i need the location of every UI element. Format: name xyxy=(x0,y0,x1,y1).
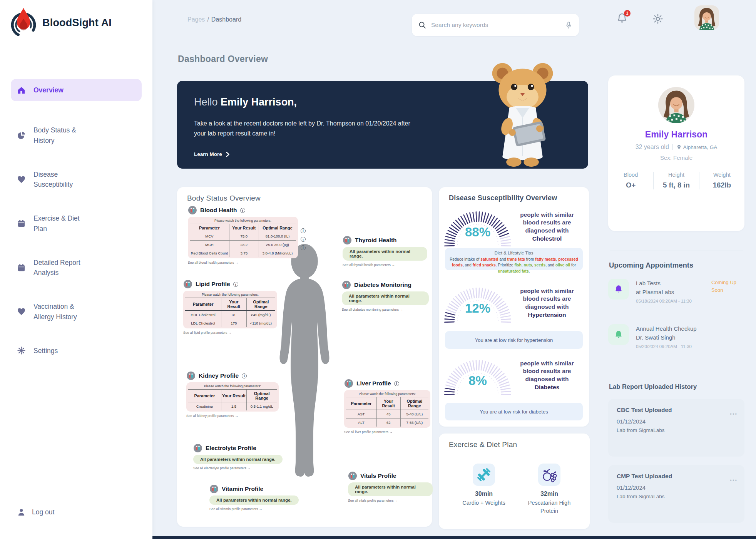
see-all-link[interactable]: See all diabetes monitoring parameters → xyxy=(342,308,403,311)
test-tubes-icon xyxy=(193,444,202,453)
settings-button[interactable] xyxy=(652,13,664,26)
table-note: Please watch the following parameters: xyxy=(346,391,428,397)
report-title: CMP Test Uploaded xyxy=(617,473,736,480)
appointment-bell-tile xyxy=(608,324,629,345)
info-icon[interactable]: i xyxy=(301,228,306,233)
search-icon xyxy=(418,21,427,29)
appointment-subtitle: at PlasmaLabs xyxy=(636,289,674,295)
calendar-icon xyxy=(17,219,26,228)
divider xyxy=(610,374,743,374)
stat-weight: Weight 162lb xyxy=(699,172,744,189)
info-icon[interactable]: i xyxy=(301,245,306,250)
person-icon xyxy=(17,508,26,517)
breadcrumb-separator: / xyxy=(205,16,211,23)
panel-electrolyte-profile: Electrolyte Profile All parameters withi… xyxy=(193,444,289,470)
gear-icon xyxy=(652,13,664,25)
sidebar-item-label: Settings xyxy=(33,346,91,356)
panel-title: Lipid Profile xyxy=(196,281,230,288)
appointment-title: Annual Health Checkup xyxy=(636,325,697,332)
brand-logo-row: BloodSight AI xyxy=(0,0,152,38)
see-all-link[interactable]: See all thyroid health parameters → xyxy=(343,263,395,267)
right-panel: Emily Harrison 32 years old Alpharetta, … xyxy=(608,75,744,530)
panel-title: Kidney Profile xyxy=(199,372,239,379)
col-optimal-range: Optimal Range xyxy=(259,224,296,232)
lab-report-card: CMP Test Uploaded ••• 01/12/2024 Lab fro… xyxy=(608,465,744,523)
condition-name: Hypertension xyxy=(512,311,582,319)
table-row: HDL Cholestrol31>45 (mg/dL) xyxy=(185,311,275,319)
diabetes-risk-banner: You are at low risk for diabetes xyxy=(445,403,583,420)
see-all-link[interactable]: See all electrolyte profile parameters → xyxy=(193,466,289,470)
sidebar-item-body-status[interactable]: Body Status & History xyxy=(0,125,152,146)
patient-avatar xyxy=(658,87,694,123)
test-tubes-icon xyxy=(348,471,357,480)
more-options-icon[interactable]: ••• xyxy=(730,477,738,483)
panel-title: Liver Profile xyxy=(356,380,391,387)
logout-button[interactable]: Log out xyxy=(17,508,54,517)
sidebar-item-detailed-report[interactable]: Detailed Report Analysis xyxy=(0,258,152,278)
sidebar-item-disease-susceptibility[interactable]: Disease Susceptibility xyxy=(0,169,152,190)
panel-title: Electrolyte Profile xyxy=(206,445,256,452)
breadcrumb: Pages/Dashboard xyxy=(187,16,241,23)
table-note: Please watch the following parameters: xyxy=(185,292,275,298)
appointment-item: Lab Testsat PlasmaLabs 05/18/2024 09:20A… xyxy=(608,279,744,303)
info-icon[interactable]: i xyxy=(240,208,245,213)
info-icon[interactable]: i xyxy=(233,282,238,287)
calendar-icon xyxy=(17,263,26,272)
notifications-button[interactable]: 1 xyxy=(616,12,628,25)
sidebar-item-exercise-diet[interactable]: Exercise & Diet Plan xyxy=(0,213,152,234)
gauge-percent: 8% xyxy=(443,373,512,388)
table-row: MCV75.081.0-100.0 (fL) xyxy=(190,232,296,241)
divider xyxy=(610,251,743,251)
dumbbell-icon xyxy=(475,466,492,483)
test-tubes-icon xyxy=(186,371,196,380)
panel-title: Diabetes Monitoring xyxy=(354,281,411,288)
panel-vitamin-profile: Vitamin Profile All parameters within no… xyxy=(209,484,306,512)
gauge-description: people with similar blood results are di… xyxy=(512,211,582,243)
diet-label: Pescatarian High Protein xyxy=(524,499,574,515)
sidebar-item-label: Detailed Report Analysis xyxy=(33,258,91,278)
panel-liver-profile: Liver Profile i Please watch the followi… xyxy=(344,379,430,435)
appointment-subtitle: Dr. Swati Singh xyxy=(636,334,676,341)
disease-susceptibility-card: Disease Susceptibility Overview 88% peop… xyxy=(439,187,589,427)
liver-profile-table: Please watch the following parameters: P… xyxy=(344,390,430,428)
see-all-link[interactable]: See all blood health parameters → xyxy=(188,261,238,264)
panel-blood-health: Blood Health i Please watch the followin… xyxy=(188,206,306,265)
sidebar-item-settings[interactable]: Settings xyxy=(0,346,152,356)
report-title: CBC Test Uploaded xyxy=(617,407,736,413)
fruit-icon xyxy=(540,466,558,484)
home-icon xyxy=(17,86,26,95)
user-avatar[interactable] xyxy=(694,5,719,30)
table-row: Red Blood Cells Count3.753.8-4.8 (Millio… xyxy=(190,249,296,258)
learn-more-button[interactable]: Learn More xyxy=(194,151,229,157)
chevron-right-icon xyxy=(226,152,229,157)
info-icon[interactable]: i xyxy=(242,373,247,378)
see-all-link[interactable]: See all lipid profile parameters → xyxy=(183,331,231,335)
sidebar-item-overview[interactable]: Overview xyxy=(11,79,142,101)
sidebar-item-vaccination-allergy[interactable]: Vaccination & Allergy History xyxy=(0,301,152,322)
info-icon[interactable]: i xyxy=(301,237,306,242)
see-all-link[interactable]: See all kidney profile parameters → xyxy=(186,414,238,418)
info-icon[interactable]: i xyxy=(394,381,399,386)
search-bar xyxy=(412,14,579,36)
see-all-link[interactable]: See all liver profile parameters → xyxy=(344,430,393,434)
table-row: LDL Cholestrol170<110 (mg/dL) xyxy=(185,319,275,328)
hero-greeting: Hello Emily Harrison, xyxy=(194,96,297,108)
more-options-icon[interactable]: ••• xyxy=(730,411,738,417)
disease-card-title: Disease Susceptibility Overview xyxy=(449,194,557,202)
test-tubes-icon xyxy=(342,280,351,290)
col-parameter: Parameter xyxy=(190,224,229,232)
see-all-link[interactable]: See all vitamin profile parameters → xyxy=(209,507,262,511)
breadcrumb-root[interactable]: Pages xyxy=(187,16,205,23)
sidebar-item-label: Exercise & Diet Plan xyxy=(33,213,91,234)
appointment-item: Annual Health CheckupDr. Swati Singh 05/… xyxy=(608,324,744,349)
exercise-card-title: Exercise & Diet Plan xyxy=(449,440,517,449)
patient-meta: 32 years old Alpharetta, GA xyxy=(608,144,744,151)
see-all-link[interactable]: See all vitals profile parameters → xyxy=(348,499,398,502)
bottom-accent-bar xyxy=(152,536,756,539)
gauge-percent: 88% xyxy=(443,225,512,239)
report-source: Lab from SigmaLabs xyxy=(617,494,736,499)
search-input[interactable] xyxy=(431,22,560,28)
microphone-icon[interactable] xyxy=(565,21,573,29)
status-chip: All parameters within normal range. xyxy=(209,495,299,505)
panel-title: Vitamin Profile xyxy=(222,485,263,492)
